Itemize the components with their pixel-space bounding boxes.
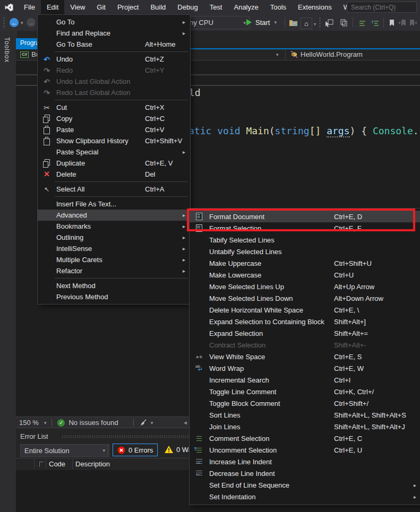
menubar-item-file[interactable]: File xyxy=(18,0,41,14)
start-debug-button[interactable]: Start ▾ xyxy=(246,16,277,28)
menu-item-find-and-replace[interactable]: Find and Replace▸ xyxy=(38,28,190,39)
menu-item-paste[interactable]: PasteCtrl+V xyxy=(38,124,190,135)
menubar-item-debug[interactable]: Debug xyxy=(172,0,203,14)
toolbar-overflow-icon[interactable]: ▾ xyxy=(314,22,316,27)
zoom-level-dropdown[interactable]: 150 % xyxy=(19,419,39,427)
menubar-item-view[interactable]: View xyxy=(64,0,91,14)
menu-item-copy[interactable]: CopyCtrl+C xyxy=(38,113,190,124)
bookmark-icon[interactable] xyxy=(387,18,397,28)
code-cleanup-icon[interactable] xyxy=(139,419,148,427)
menu-item-toggle-line-comment[interactable]: Toggle Line CommentCtrl+K, Ctrl+/ xyxy=(190,386,420,397)
menu-item-decrease-line-indent[interactable]: Decrease Line Indent xyxy=(190,467,420,479)
menu-item-undo[interactable]: UndoCtrl+Z xyxy=(38,54,190,65)
menu-item-delete-horizontal-white-space[interactable]: Delete Horizontal White SpaceCtrl+E, \ xyxy=(190,304,420,316)
type-dropdown[interactable]: HelloWorld.Program xyxy=(290,50,363,58)
menu-item-contract-selection[interactable]: Contract SelectionShift+Alt+- xyxy=(190,339,420,351)
zoom-caret-icon[interactable]: ▾ xyxy=(44,420,47,426)
menu-item-label: IntelliSense xyxy=(56,245,92,253)
menu-item-set-end-of-line-sequence[interactable]: Set End of Line Sequence▸ xyxy=(190,479,420,491)
menu-item-shortcut: Ctrl+E, W xyxy=(334,365,364,372)
menu-item-previous-method[interactable]: Previous Method xyxy=(38,291,190,302)
menu-item-intellisense[interactable]: IntelliSense▸ xyxy=(38,243,190,254)
menu-item-set-indentation[interactable]: Set Indentation▸ xyxy=(190,491,420,502)
copy-with-pointer-icon[interactable] xyxy=(338,18,348,28)
menu-item-uncomment-selection[interactable]: Uncomment SelectionCtrl+E, U xyxy=(190,444,420,456)
project-dropdown-caret-icon[interactable]: ▾ xyxy=(276,52,279,57)
navigate-backward-button[interactable]: ← xyxy=(10,18,19,27)
navigate-backward-dropdown-icon[interactable]: ▾ xyxy=(21,20,23,25)
menu-item-insert-file-as-text[interactable]: Insert File As Text... xyxy=(38,198,190,210)
menubar-item-extensions[interactable]: Extensions xyxy=(292,0,338,14)
severity-column-icon[interactable] xyxy=(39,462,44,467)
toolbar-grip[interactable] xyxy=(3,17,6,29)
navigate-forward-button[interactable]: → xyxy=(27,18,36,27)
menu-item-comment-selection[interactable]: Comment SelectionCtrl+E, C xyxy=(190,432,420,444)
panel-title[interactable]: Error List xyxy=(20,432,48,440)
search-input[interactable] xyxy=(347,2,417,13)
menu-item-outlining[interactable]: Outlining▸ xyxy=(38,232,190,243)
menu-item-go-to[interactable]: Go To▸ xyxy=(38,16,190,28)
menu-item-format-selection[interactable]: Format SelectionCtrl+E, F xyxy=(190,222,420,234)
menu-item-word-wrap[interactable]: Word WrapCtrl+E, W xyxy=(190,362,420,374)
column-divider[interactable] xyxy=(34,459,35,469)
menu-item-show-clipboard-history[interactable]: Show Clipboard HistoryCtrl+Shift+V xyxy=(38,135,190,146)
menu-item-tabify-selected-lines[interactable]: Tabify Selected Lines xyxy=(190,234,420,246)
menu-item-paste-special[interactable]: Paste Special▸ xyxy=(38,146,190,158)
blank-icon xyxy=(40,211,53,220)
menu-item-view-white-space[interactable]: View White SpaceCtrl+E, S xyxy=(190,351,420,362)
menu-item-next-method[interactable]: Next Method xyxy=(38,280,190,291)
menu-item-incremental-search[interactable]: Incremental SearchCtrl+I xyxy=(190,374,420,386)
home-icon[interactable]: ⌂ xyxy=(301,18,312,29)
menu-item-increase-line-indent[interactable]: Increase Line Indent xyxy=(190,456,420,467)
menubar-item-build[interactable]: Build xyxy=(144,0,172,14)
menu-item-join-lines[interactable]: Join LinesShift+Alt+L, Shift+Alt+J xyxy=(190,421,420,432)
scroll-left-icon[interactable]: ◄ xyxy=(183,420,188,426)
menu-item-delete[interactable]: DeleteDel xyxy=(38,169,190,180)
toolbox-tab[interactable]: Toolbox xyxy=(3,37,11,63)
menu-item-make-uppercase[interactable]: Make UppercaseCtrl+Shift+U xyxy=(190,257,420,269)
code-cleanup-caret-icon[interactable]: ▾ xyxy=(151,420,153,426)
menubar-item-project[interactable]: Project xyxy=(112,0,144,14)
comment-lines-icon[interactable] xyxy=(357,18,367,28)
menu-item-go-to-base[interactable]: Go To BaseAlt+Home xyxy=(38,39,190,50)
menubar-item-git[interactable]: Git xyxy=(91,0,112,14)
menu-item-refactor[interactable]: Refactor▸ xyxy=(38,265,190,276)
find-in-files-icon[interactable] xyxy=(288,18,298,28)
menu-item-redo-last-global-action[interactable]: Redo Last Global Action xyxy=(38,87,190,98)
menu-item-undo-last-global-action[interactable]: Undo Last Global Action xyxy=(38,76,190,87)
menu-item-redo[interactable]: RedoCtrl+Y xyxy=(38,65,190,76)
errors-filter-button[interactable]: 0 Errors xyxy=(113,444,158,456)
menu-item-select-all[interactable]: Select AllCtrl+A xyxy=(38,184,190,195)
menubar-item-test[interactable]: Test xyxy=(204,0,228,14)
scope-dropdown[interactable]: Entire Solution ▾ xyxy=(20,444,109,457)
menu-item-move-selected-lines-down[interactable]: Move Selected Lines DownAlt+Down Arrow xyxy=(190,292,420,304)
pointer-box-icon[interactable] xyxy=(324,18,335,28)
menu-item-expand-selection-to-containing-block[interactable]: Expand Selection to Containing BlockShif… xyxy=(190,316,420,327)
next-bookmark-icon[interactable] xyxy=(408,18,418,28)
menubar-item-tools[interactable]: Tools xyxy=(264,0,292,14)
column-divider[interactable] xyxy=(46,459,46,469)
solution-platforms-dropdown[interactable]: ny CPU ▾ xyxy=(186,16,250,29)
column-header-code[interactable]: Code xyxy=(49,460,65,468)
health-status-text[interactable]: No issues found xyxy=(68,419,118,427)
menu-item-format-document[interactable]: Format DocumentCtrl+E, D xyxy=(190,211,420,222)
start-dropdown-icon[interactable]: ▾ xyxy=(274,20,277,25)
menu-item-toggle-block-comment[interactable]: Toggle Block CommentCtrl+Shift+/ xyxy=(190,397,420,409)
menu-item-cut[interactable]: CutCtrl+X xyxy=(38,102,190,113)
uncomment-lines-icon[interactable]: ? xyxy=(370,18,380,28)
menu-item-expand-selection[interactable]: Expand SelectionShift+Alt+= xyxy=(190,327,420,339)
menu-item-untabify-selected-lines[interactable]: Untabify Selected Lines xyxy=(190,246,420,257)
menu-item-advanced[interactable]: Advanced▸ xyxy=(38,210,190,221)
menu-item-sort-lines[interactable]: Sort LinesShift+Alt+L, Shift+Alt+S xyxy=(190,409,420,421)
column-divider[interactable] xyxy=(72,459,73,469)
previous-bookmark-icon[interactable] xyxy=(397,18,408,28)
column-header-description[interactable]: Description xyxy=(75,460,110,468)
menubar-item-edit[interactable]: Edit xyxy=(41,0,64,14)
menu-item-multiple-carets[interactable]: Multiple Carets▸ xyxy=(38,254,190,265)
menubar-item-analyze[interactable]: Analyze xyxy=(228,0,264,14)
menu-item-make-lowercase[interactable]: Make LowercaseCtrl+U xyxy=(190,269,420,281)
menu-item-bookmarks[interactable]: Bookmarks▸ xyxy=(38,221,190,232)
toolbar-grip[interactable] xyxy=(319,17,322,29)
menu-item-duplicate[interactable]: DuplicateCtrl+E, V xyxy=(38,158,190,169)
menu-item-move-selected-lines-up[interactable]: Move Selected Lines UpAlt+Up Arrow xyxy=(190,281,420,292)
